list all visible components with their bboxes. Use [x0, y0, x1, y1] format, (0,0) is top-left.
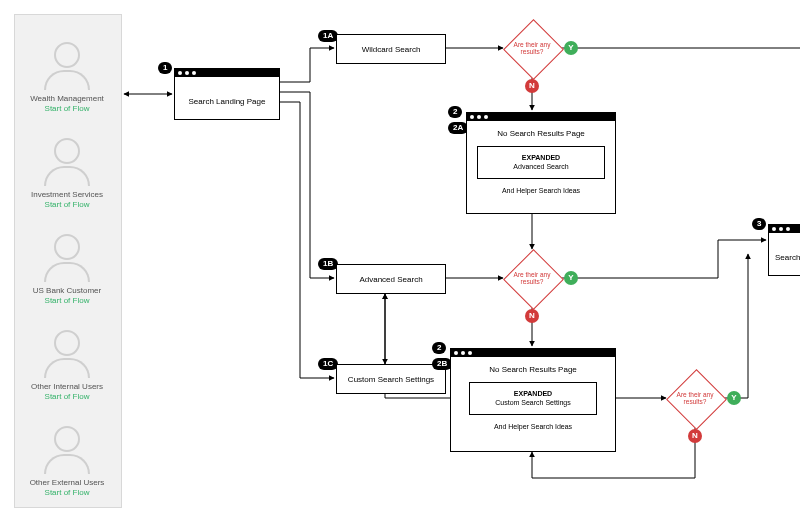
- pill-y: Y: [564, 271, 578, 285]
- persona-name: Other External Users: [14, 478, 120, 488]
- step-badge-2: 2: [448, 106, 462, 118]
- expanded-label: EXPANDED: [514, 390, 552, 397]
- persona-link[interactable]: Start of Flow: [14, 392, 120, 401]
- decision-3: Are their any results?: [666, 369, 724, 427]
- helper-text: And Helper Search Ideas: [494, 423, 572, 430]
- step-badge-1: 1: [158, 62, 172, 74]
- persona-investment: Investment Services Start of Flow: [14, 138, 120, 209]
- persona-name: Wealth Management: [14, 94, 120, 104]
- persona-external: Other External Users Start of Flow: [14, 426, 120, 497]
- win-no-results-a: No Search Results Page EXPANDED Advanced…: [466, 112, 616, 214]
- win-results: Search: [768, 224, 800, 276]
- pill-n: N: [688, 429, 702, 443]
- pill-y: Y: [727, 391, 741, 405]
- panel-title: No Search Results Page: [489, 365, 577, 374]
- win-title: Search: [775, 253, 800, 262]
- box-wildcard: Wildcard Search: [336, 34, 446, 64]
- expanded-text: Custom Search Settings: [495, 399, 570, 406]
- persona-wealth: Wealth Management Start of Flow: [14, 42, 120, 113]
- expanded-box: EXPANDED Custom Search Settings: [469, 382, 597, 415]
- win-search-landing: Search Landing Page: [174, 68, 280, 120]
- persona-link[interactable]: Start of Flow: [14, 488, 120, 497]
- decision-2: Are their any results?: [503, 249, 561, 307]
- win-title: Search Landing Page: [189, 97, 266, 106]
- decision-1: Are their any results?: [503, 19, 561, 77]
- expanded-text: Advanced Search: [513, 163, 568, 170]
- box-advanced: Advanced Search: [336, 264, 446, 294]
- persona-name: Investment Services: [14, 190, 120, 200]
- panel-title: No Search Results Page: [497, 129, 585, 138]
- decision-text: Are their any results?: [666, 369, 724, 427]
- box-custom: Custom Search Settings: [336, 364, 446, 394]
- persona-name: US Bank Customer: [14, 286, 120, 296]
- pill-y: Y: [564, 41, 578, 55]
- step-badge-2: 2: [432, 342, 446, 354]
- decision-text: Are their any results?: [503, 19, 561, 77]
- persona-usbank: US Bank Customer Start of Flow: [14, 234, 120, 305]
- pill-n: N: [525, 79, 539, 93]
- persona-link[interactable]: Start of Flow: [14, 200, 120, 209]
- step-badge-3: 3: [752, 218, 766, 230]
- persona-link[interactable]: Start of Flow: [14, 296, 120, 305]
- expanded-box: EXPANDED Advanced Search: [477, 146, 605, 179]
- expanded-label: EXPANDED: [522, 154, 560, 161]
- helper-text: And Helper Search Ideas: [502, 187, 580, 194]
- persona-name: Other Internal Users: [14, 382, 120, 392]
- decision-text: Are their any results?: [503, 249, 561, 307]
- pill-n: N: [525, 309, 539, 323]
- win-no-results-b: No Search Results Page EXPANDED Custom S…: [450, 348, 616, 452]
- persona-link[interactable]: Start of Flow: [14, 104, 120, 113]
- persona-internal: Other Internal Users Start of Flow: [14, 330, 120, 401]
